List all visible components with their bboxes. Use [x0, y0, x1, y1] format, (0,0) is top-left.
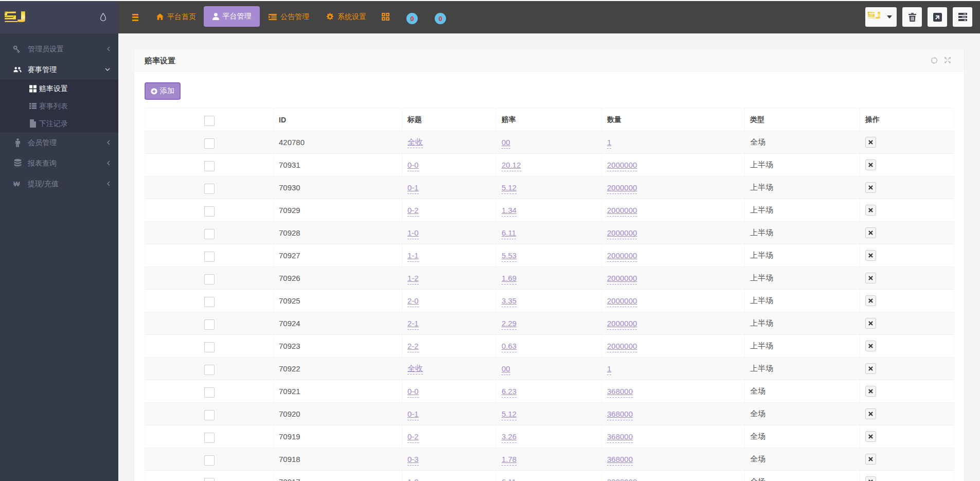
svg-text:₩: ₩ — [13, 180, 20, 187]
